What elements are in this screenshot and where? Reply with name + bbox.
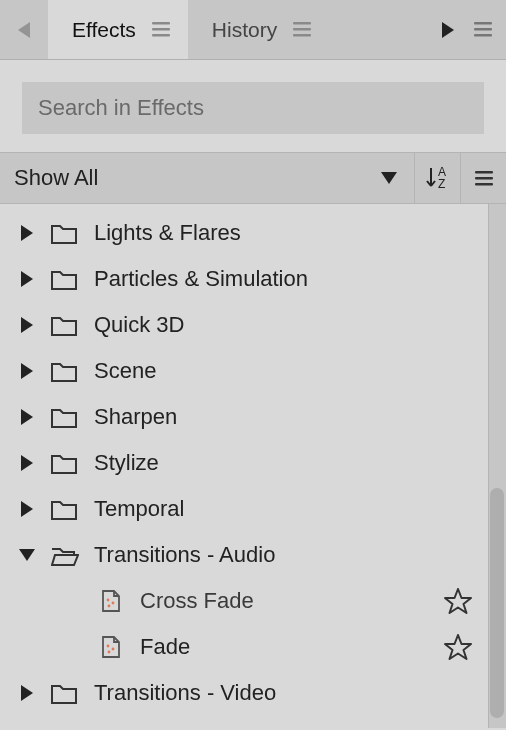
search-input[interactable] bbox=[22, 82, 484, 134]
scrollbar[interactable] bbox=[488, 204, 506, 728]
tree-folder-row[interactable]: Stylize bbox=[0, 440, 506, 486]
scrollbar-thumb[interactable] bbox=[490, 488, 504, 718]
expand-icon[interactable] bbox=[14, 409, 40, 425]
tree-folder-row[interactable]: Sharpen bbox=[0, 394, 506, 440]
tree-folder-row[interactable]: Scene bbox=[0, 348, 506, 394]
tree-item-label: Scene bbox=[94, 358, 156, 384]
favorite-star-icon[interactable] bbox=[444, 634, 472, 660]
favorite-star-icon[interactable] bbox=[444, 588, 472, 614]
tree-effect-row[interactable]: Cross Fade bbox=[0, 578, 506, 624]
filter-dropdown[interactable]: Show All bbox=[0, 153, 414, 203]
tree-folder-row[interactable]: Temporal bbox=[0, 486, 506, 532]
hamburger-icon[interactable] bbox=[293, 22, 311, 37]
folder-icon bbox=[48, 221, 82, 245]
filter-label: Show All bbox=[14, 165, 98, 191]
folder-icon bbox=[48, 451, 82, 475]
tab-label: History bbox=[212, 18, 277, 42]
tree-item-label: Quick 3D bbox=[94, 312, 184, 338]
folder-open-icon bbox=[48, 543, 82, 567]
tree-item-label: Stylize bbox=[94, 450, 159, 476]
panel-menu-icon[interactable] bbox=[474, 22, 492, 37]
tree-folder-row[interactable]: Particles & Simulation bbox=[0, 256, 506, 302]
effect-file-icon bbox=[94, 590, 128, 612]
tree-folder-row[interactable]: Quick 3D bbox=[0, 302, 506, 348]
list-menu-icon[interactable] bbox=[460, 153, 506, 203]
tab-nav-prev[interactable] bbox=[0, 0, 48, 59]
tree-folder-row[interactable]: Transitions - Audio bbox=[0, 532, 506, 578]
tab-history[interactable]: History bbox=[188, 0, 329, 59]
folder-icon bbox=[48, 359, 82, 383]
expand-icon[interactable] bbox=[14, 501, 40, 517]
collapse-icon[interactable] bbox=[14, 549, 40, 561]
tab-nav-next[interactable] bbox=[442, 22, 454, 38]
tree-item-label: Lights & Flares bbox=[94, 220, 241, 246]
tree-folder-row[interactable]: Transitions - Video bbox=[0, 670, 506, 716]
expand-icon[interactable] bbox=[14, 317, 40, 333]
tab-label: Effects bbox=[72, 18, 136, 42]
tree-item-label: Fade bbox=[140, 634, 190, 660]
folder-icon bbox=[48, 681, 82, 705]
folder-icon bbox=[48, 267, 82, 291]
folder-icon bbox=[48, 313, 82, 337]
effect-file-icon bbox=[94, 636, 128, 658]
tree-item-label: Cross Fade bbox=[140, 588, 254, 614]
chevron-down-icon bbox=[380, 172, 398, 184]
tree-folder-row[interactable]: Lights & Flares bbox=[0, 210, 506, 256]
tree-item-label: Sharpen bbox=[94, 404, 177, 430]
expand-icon[interactable] bbox=[14, 271, 40, 287]
tree-item-label: Transitions - Audio bbox=[94, 542, 275, 568]
tree-effect-row[interactable]: Fade bbox=[0, 624, 506, 670]
expand-icon[interactable] bbox=[14, 225, 40, 241]
folder-icon bbox=[48, 497, 82, 521]
tree-item-label: Transitions - Video bbox=[94, 680, 276, 706]
tree-item-label: Temporal bbox=[94, 496, 184, 522]
tree-item-label: Particles & Simulation bbox=[94, 266, 308, 292]
hamburger-icon[interactable] bbox=[152, 22, 170, 37]
sort-az-button[interactable] bbox=[414, 153, 460, 203]
expand-icon[interactable] bbox=[14, 363, 40, 379]
expand-icon[interactable] bbox=[14, 685, 40, 701]
folder-icon bbox=[48, 405, 82, 429]
tab-effects[interactable]: Effects bbox=[48, 0, 188, 59]
expand-icon[interactable] bbox=[14, 455, 40, 471]
